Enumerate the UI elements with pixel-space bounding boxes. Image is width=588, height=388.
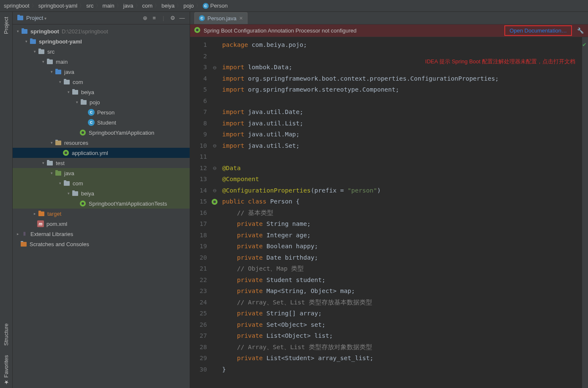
chevron-right-icon[interactable]: ▸ [32, 211, 37, 216]
tree-node-beiya[interactable]: ▾ beiya [13, 87, 190, 97]
tree-node-student[interactable]: C Student [13, 117, 190, 128]
sidebar-tab-project[interactable]: Project [2, 14, 10, 36]
sidebar-tab-structure[interactable]: Structure [2, 321, 10, 348]
chevron-down-icon[interactable]: ▾ [49, 171, 54, 176]
open-documentation-link[interactable]: Open Documentation… [509, 27, 567, 34]
chevron-down-icon[interactable]: ▾ [41, 160, 46, 166]
fold-icon[interactable]: ⊖ [211, 143, 218, 149]
tree-node-external-libraries[interactable]: ▸ ⫴ External Libraries [13, 229, 190, 239]
chevron-right-icon: 〉 [196, 3, 201, 9]
chevron-down-icon[interactable]: ▾ [49, 140, 54, 145]
tree-node-springboot[interactable]: ▾ springboot D:\2021\springboot [13, 26, 190, 36]
breadcrumb-item[interactable]: pojo [182, 3, 195, 9]
code-line[interactable]: private Student student; [222, 274, 582, 286]
tree-node-person[interactable]: C Person [13, 107, 190, 117]
code-line[interactable]: // Array、Set、List 类型存放对象数据类型 [222, 342, 582, 353]
code-editor[interactable]: 1234567891011121314151617181920212223242… [190, 37, 588, 388]
test-folder-icon [55, 170, 62, 176]
tree-node-springboot-tests[interactable]: SpringbootYamlApplicationTests [13, 198, 190, 209]
code-line[interactable]: import java.util.List; [222, 118, 582, 129]
breadcrumb-item[interactable]: beiya [160, 3, 176, 9]
code-line[interactable] [222, 151, 582, 163]
breadcrumb-item[interactable]: springboot [3, 3, 31, 9]
chevron-down-icon[interactable]: ▾ [15, 29, 20, 34]
expand-all-icon[interactable]: ≡ [151, 15, 158, 22]
chevron-down-icon[interactable]: ▾ [74, 100, 79, 105]
code-line[interactable]: // Object、Map 类型 [222, 263, 582, 274]
breadcrumb-item[interactable]: com [141, 3, 154, 9]
gutter: 1234567891011121314151617181920212223242… [190, 37, 220, 388]
code-line[interactable]: // Array、Set、List 类型存放基本数据类型 [222, 297, 582, 308]
tree-node-java[interactable]: ▾ java [13, 67, 190, 77]
chevron-down-icon[interactable]: ▾ [41, 59, 46, 64]
code-line[interactable]: // 基本类型 [222, 207, 582, 219]
code-line[interactable]: import java.util.Set; [222, 140, 582, 152]
code-line[interactable]: private Set<Object> set; [222, 319, 582, 331]
chevron-down-icon[interactable]: ▾ [57, 181, 63, 186]
code-line[interactable]: private Boolean happy; [222, 241, 582, 252]
code-line[interactable]: private List<Student> array_set_list; [222, 353, 582, 364]
tree-node-scratches[interactable]: Scratches and Consoles [13, 239, 190, 249]
chevron-down-icon[interactable]: ▾ [24, 39, 29, 44]
code-line[interactable]: private Date birthday; [222, 252, 582, 263]
tree-node-springboot-app[interactable]: SpringbootYamlApplication [13, 128, 190, 138]
package-icon [80, 99, 87, 106]
chevron-down-icon[interactable]: ▾ [66, 90, 71, 95]
chevron-down-icon[interactable]: ▾ [49, 69, 54, 74]
code-line[interactable]: import org.springframework.boot.context.… [222, 73, 582, 84]
settings-icon[interactable]: ⚙ [169, 15, 176, 22]
tree-node-test-java[interactable]: ▾ java [13, 168, 190, 178]
chevron-down-icon[interactable]: ▾ [32, 49, 37, 54]
spring-boot-gutter-icon[interactable] [211, 198, 218, 205]
tree-node-application-yml[interactable]: application.yml [13, 148, 190, 158]
code-line[interactable]: private Integer age; [222, 230, 582, 241]
code-line[interactable]: package com.beiya.pojo; [222, 39, 582, 51]
breadcrumb-item[interactable]: java [122, 3, 135, 9]
error-stripe[interactable]: ✔ [582, 37, 588, 388]
code-line[interactable]: @ConfigurationProperties(prefix = "perso… [222, 185, 582, 196]
chevron-right-icon[interactable]: ▸ [15, 231, 20, 236]
tree-node-pojo[interactable]: ▾ pojo [13, 97, 190, 107]
tree-node-src[interactable]: ▾ src [13, 46, 190, 57]
chevron-down-icon[interactable]: ▾ [66, 191, 71, 196]
wrench-icon[interactable]: 🔧 [577, 27, 584, 34]
breadcrumb-item[interactable]: src [85, 3, 95, 9]
project-view-dropdown[interactable]: Project [26, 15, 46, 21]
code-line[interactable]: import java.util.Map; [222, 129, 582, 140]
hide-icon[interactable]: — [179, 15, 185, 22]
code-line[interactable]: private String[] array; [222, 308, 582, 319]
code-line[interactable] [222, 95, 582, 107]
code-line[interactable]: import java.util.Date; [222, 106, 582, 118]
chevron-down-icon[interactable]: ▾ [57, 79, 63, 84]
target-icon[interactable]: ⊕ [142, 15, 148, 22]
code-line[interactable]: private List<Object> list; [222, 330, 582, 342]
code-line[interactable]: private Map<String, Object> map; [222, 285, 582, 297]
close-tab-icon[interactable]: ✕ [239, 16, 243, 21]
sidebar-tab-favorites[interactable]: ★ Favorites [2, 353, 10, 388]
code-line[interactable]: } [222, 364, 582, 375]
fold-icon[interactable]: ⊖ [211, 165, 218, 172]
tree-node-test-com[interactable]: ▾ com [13, 178, 190, 188]
tree-node-pom[interactable]: m pom.xml [13, 219, 190, 229]
breadcrumb-item[interactable]: CPerson [201, 3, 229, 9]
tab-label: Person.java [207, 15, 237, 22]
tree-node-main[interactable]: ▾ main [13, 57, 190, 67]
tree-node-com[interactable]: ▾ com [13, 77, 190, 87]
tree-node-test-beiya[interactable]: ▾ beiya [13, 188, 190, 198]
code-line[interactable]: @Component [222, 174, 582, 185]
tree-node-target[interactable]: ▸ target [13, 209, 190, 219]
code-line[interactable]: public class Person { [222, 196, 582, 207]
tree-node-test[interactable]: ▾ test [13, 158, 190, 168]
editor-tab-person[interactable]: C Person.java ✕ [194, 12, 248, 24]
fold-icon[interactable]: ⊖ [211, 64, 218, 71]
code-line[interactable]: private String name; [222, 218, 582, 230]
project-tree[interactable]: ▾ springboot D:\2021\springboot ▾ spring… [13, 24, 190, 388]
breadcrumb-item[interactable]: springboot-yaml [37, 3, 79, 9]
tree-node-springboot-yaml[interactable]: ▾ springboot-yaml [13, 36, 190, 46]
fold-icon[interactable]: ⊖ [211, 187, 218, 194]
breadcrumb-item[interactable]: main [101, 3, 116, 9]
chevron-right-icon: 〉 [79, 3, 84, 9]
code-line[interactable]: import org.springframework.stereotype.Co… [222, 84, 582, 95]
code-line[interactable]: @Data [222, 163, 582, 174]
tree-node-resources[interactable]: ▾ resources [13, 138, 190, 148]
